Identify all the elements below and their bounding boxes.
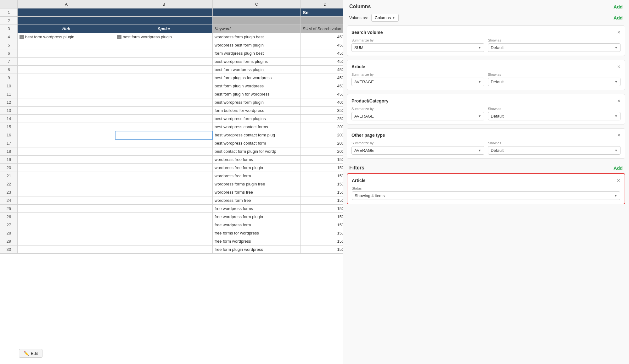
hub-cell-13[interactable]	[18, 107, 115, 115]
sum-cell-29[interactable]: 150.0	[301, 237, 343, 245]
hub-cell-10[interactable]	[18, 82, 115, 90]
keyword-cell-18[interactable]: best contact form plugin for wordp	[213, 147, 301, 156]
keyword-cell-23[interactable]: wordpress forms free	[213, 188, 301, 196]
hub-cell-17[interactable]	[18, 139, 115, 147]
hub-cell-9[interactable]	[18, 74, 115, 82]
hub-cell-20[interactable]	[18, 164, 115, 172]
keyword-cell-19[interactable]: wordpress free forms	[213, 156, 301, 164]
spoke-cell-18[interactable]	[115, 147, 213, 156]
values-add-button[interactable]: Add	[614, 15, 623, 20]
row3-sum[interactable]: SUM of Search volume	[301, 25, 343, 33]
hub-cell-21[interactable]	[18, 172, 115, 180]
col-header-a[interactable]: A	[18, 0, 115, 8]
spoke-cell-17[interactable]	[115, 139, 213, 147]
sum-cell-26[interactable]: 150.0	[301, 213, 343, 221]
keyword-cell-12[interactable]: best wordpress form plugin	[213, 98, 301, 107]
keyword-cell-17[interactable]: best wordpress contact form	[213, 139, 301, 147]
spoke-cell-20[interactable]	[115, 164, 213, 172]
sum-cell-7[interactable]: 450.0	[301, 58, 343, 66]
sum-cell-4[interactable]: 450.0	[301, 33, 343, 41]
spoke-cell-5[interactable]	[115, 41, 213, 49]
keyword-cell-6[interactable]: form wordpress plugin best	[213, 49, 301, 58]
table-wrapper[interactable]: A B C D 1 Se 2	[0, 0, 343, 364]
keyword-cell-8[interactable]: best form wordpress plugin	[213, 66, 301, 74]
hub-cell-23[interactable]	[18, 188, 115, 196]
edit-button[interactable]: ✏️ Edit	[19, 349, 42, 358]
summarize-select-product_category[interactable]: AVERAGE ▼	[351, 112, 484, 120]
sum-cell-20[interactable]: 150.0	[301, 164, 343, 172]
keyword-cell-11[interactable]: best form plugin for wordpress	[213, 90, 301, 98]
spoke-cell-8[interactable]	[115, 66, 213, 74]
spoke-cell-29[interactable]	[115, 237, 213, 245]
col-header-c[interactable]: C	[213, 0, 301, 8]
hub-cell-7[interactable]	[18, 58, 115, 66]
sum-cell-15[interactable]: 200.0	[301, 123, 343, 131]
row3-hub[interactable]: Hub	[18, 25, 115, 33]
summarize-select-article[interactable]: AVERAGE ▼	[351, 78, 484, 86]
col-header-b[interactable]: B	[115, 0, 213, 8]
keyword-cell-4[interactable]: wordpress form plugin best	[213, 33, 301, 41]
sum-cell-22[interactable]: 150.0	[301, 180, 343, 188]
sum-cell-9[interactable]: 450.0	[301, 74, 343, 82]
keyword-cell-5[interactable]: wordpress best form plugin	[213, 41, 301, 49]
values-as-select[interactable]: Columns ▼	[371, 14, 399, 22]
keyword-cell-21[interactable]: wordpress free form	[213, 172, 301, 180]
spoke-cell-22[interactable]	[115, 180, 213, 188]
sum-cell-5[interactable]: 450.0	[301, 41, 343, 49]
row3-keyword[interactable]: Keyword	[213, 25, 301, 33]
config-section-close-product_category[interactable]: ×	[617, 98, 621, 104]
sum-cell-19[interactable]: 150.0	[301, 156, 343, 164]
keyword-cell-7[interactable]: best wordpress forms plugins	[213, 58, 301, 66]
row1-keyword[interactable]	[213, 8, 301, 17]
sum-cell-24[interactable]: 150.0	[301, 196, 343, 205]
spoke-cell-14[interactable]	[115, 115, 213, 123]
row1-spoke[interactable]	[115, 8, 213, 17]
showas-select-product_category[interactable]: Default ▼	[488, 112, 621, 120]
sum-cell-17[interactable]: 200.0	[301, 139, 343, 147]
sum-cell-13[interactable]: 350.0	[301, 107, 343, 115]
filters-add-button[interactable]: Add	[614, 165, 623, 171]
hub-cell-14[interactable]	[18, 115, 115, 123]
keyword-cell-25[interactable]: free wordpress forms	[213, 205, 301, 213]
hub-cell-5[interactable]	[18, 41, 115, 49]
hub-cell-19[interactable]	[18, 156, 115, 164]
sum-cell-21[interactable]: 150.0	[301, 172, 343, 180]
row3-spoke[interactable]: Spoke	[115, 25, 213, 33]
keyword-cell-14[interactable]: best wordpress form plugins	[213, 115, 301, 123]
spoke-cell-4[interactable]: −best form wordpress plugin	[115, 33, 213, 41]
row2-hub[interactable]	[18, 17, 115, 25]
sum-cell-12[interactable]: 400.0	[301, 98, 343, 107]
keyword-cell-16[interactable]: best wordpress contact form plug	[213, 131, 301, 139]
col-header-d[interactable]: D	[301, 0, 343, 8]
row2-spoke[interactable]	[115, 17, 213, 25]
keyword-cell-10[interactable]: best form plugin wordpress	[213, 82, 301, 90]
hub-cell-18[interactable]	[18, 147, 115, 156]
keyword-cell-30[interactable]: free form plugin wordpress	[213, 245, 301, 254]
spoke-cell-13[interactable]	[115, 107, 213, 115]
sum-cell-6[interactable]: 450.0	[301, 49, 343, 58]
hub-cell-27[interactable]	[18, 221, 115, 229]
spoke-cell-23[interactable]	[115, 188, 213, 196]
keyword-cell-9[interactable]: best form plugins for wordpress	[213, 74, 301, 82]
keyword-cell-20[interactable]: wordpress free form plugin	[213, 164, 301, 172]
hub-cell-15[interactable]	[18, 123, 115, 131]
spoke-cell-11[interactable]	[115, 90, 213, 98]
hub-cell-11[interactable]	[18, 90, 115, 98]
sum-cell-27[interactable]: 150.0	[301, 221, 343, 229]
filter-status-select[interactable]: Showing 4 items ▼	[352, 191, 620, 200]
config-section-close-article[interactable]: ×	[617, 64, 621, 69]
spoke-cell-30[interactable]	[115, 245, 213, 254]
sum-cell-10[interactable]: 450.0	[301, 82, 343, 90]
keyword-cell-26[interactable]: free wordpress form plugin	[213, 213, 301, 221]
showas-select-search_volume[interactable]: Default ▼	[488, 43, 621, 52]
hub-cell-6[interactable]	[18, 49, 115, 58]
row2-sum[interactable]	[301, 17, 343, 25]
spoke-cell-12[interactable]	[115, 98, 213, 107]
sum-cell-18[interactable]: 200.0	[301, 147, 343, 156]
hub-cell-4[interactable]: −best form wordpress plugin	[18, 33, 115, 41]
hub-cell-29[interactable]	[18, 237, 115, 245]
sum-cell-14[interactable]: 250.0	[301, 115, 343, 123]
filter-card-close-button[interactable]: ×	[617, 178, 620, 183]
hub-cell-8[interactable]	[18, 66, 115, 74]
hub-cell-16[interactable]	[18, 131, 115, 139]
